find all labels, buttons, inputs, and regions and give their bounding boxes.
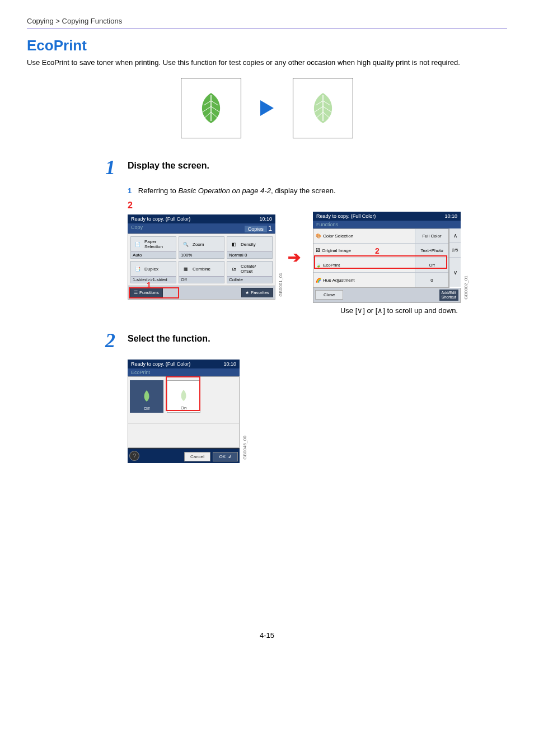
scroll-up-button[interactable]: ∧ <box>449 228 461 243</box>
substep-number: 1 <box>128 186 132 195</box>
enter-icon: ↲ <box>228 454 232 459</box>
row-hue[interactable]: 🌈Hue Adjustment 0 <box>313 273 448 287</box>
leaf-after <box>293 78 353 138</box>
list-icon: ☰ <box>134 290 138 295</box>
hue-icon: 🌈 <box>316 278 321 283</box>
panel-functions: Ready to copy. (Full Color) 10:10 Functi… <box>313 212 461 302</box>
panel-tab: EcoPrint <box>131 370 150 375</box>
step-number-1: 1 <box>105 157 128 178</box>
panel-status: Ready to copy. (Full Color) <box>131 361 190 367</box>
substep-prefix: Referring to <box>138 186 179 195</box>
arrow-icon <box>260 100 274 116</box>
row-ecoprint[interactable]: 🍃EcoPrint Off <box>313 258 448 273</box>
cell-duplex[interactable]: 📑Duplex 1-sided>>1-sided <box>130 261 176 283</box>
cancel-button[interactable]: Cancel <box>184 452 210 461</box>
zoom-icon: 🔍 <box>181 239 191 249</box>
intro-text: Use EcoPrint to save toner when printing… <box>27 58 507 68</box>
substep-line: 1 Referring to Basic Operation on page 4… <box>128 186 507 195</box>
cell-paper-selection[interactable]: 📄Paper Selection Auto <box>130 236 176 259</box>
option-off[interactable]: Off <box>130 380 163 413</box>
chevron-up-icon: ∧ <box>377 306 383 315</box>
arrow-red-icon: ➔ <box>288 248 301 267</box>
option-on[interactable]: On <box>167 380 200 413</box>
chevron-down-icon: ∨ <box>357 306 363 315</box>
star-icon: ★ <box>245 290 249 295</box>
add-edit-shortcut-button[interactable]: Add/Edit Shortcut <box>439 290 458 300</box>
panel-time: 10:10 <box>259 216 272 222</box>
copies-label: Copies <box>245 226 267 232</box>
panel-tab: Functions <box>316 222 338 227</box>
close-button[interactable]: Close <box>315 290 343 300</box>
panel-status: Ready to copy. (Full Color) <box>131 216 190 222</box>
help-icon[interactable]: ? <box>129 451 139 461</box>
overlay-num-2: 2 <box>375 246 380 255</box>
panel-time: 10:10 <box>444 213 457 219</box>
eco-illustration <box>27 78 507 138</box>
page-number: 4-15 <box>27 631 507 640</box>
substep-ref[interactable]: Basic Operation on page 4-2 <box>178 186 271 195</box>
duplex-icon: 📑 <box>133 264 143 274</box>
overlay-num-1: 1 <box>147 281 151 290</box>
cell-density[interactable]: ◧Density Normal 0 <box>227 236 273 259</box>
color-icon: 🎨 <box>316 234 321 239</box>
cell-collate[interactable]: 🗂Collate/ Offset Collate <box>227 261 273 283</box>
density-icon: ◧ <box>229 239 239 249</box>
favorites-button[interactable]: ★Favorites <box>241 288 273 297</box>
cell-combine[interactable]: ▦Combine Off <box>179 261 224 283</box>
page-indicator: 2/5 <box>449 243 461 258</box>
panel-tab: Copy <box>131 225 143 232</box>
step-number-2: 2 <box>105 330 128 351</box>
marker-2: 2 <box>128 200 507 211</box>
image-icon: 🖼 <box>316 248 320 253</box>
page-title: EcoPrint <box>27 37 507 54</box>
scroll-down-button[interactable]: ∨ <box>449 258 461 287</box>
step-heading-1: Display the screen. <box>128 157 209 171</box>
scroll-note: Use [∨] or [∧] to scroll up and down. <box>128 306 458 315</box>
paper-icon: 📄 <box>133 239 143 249</box>
side-code-a: GB0001_01 <box>278 273 283 297</box>
step-heading-2: Select the function. <box>128 330 210 344</box>
breadcrumb: Copying > Copying Functions <box>27 17 507 25</box>
panel-status: Ready to copy. (Full Color) <box>316 213 376 219</box>
combine-icon: ▦ <box>181 264 191 274</box>
collate-icon: 🗂 <box>229 264 239 274</box>
side-code-b: GB0002_01 <box>463 276 469 300</box>
leaf-icon: 🍃 <box>316 263 321 268</box>
row-color-selection[interactable]: 🎨Color Selection Full Color <box>313 229 448 244</box>
divider <box>27 29 507 29</box>
leaf-off-icon <box>140 388 153 404</box>
leaf-before <box>181 78 241 138</box>
cell-zoom[interactable]: 🔍Zoom 100% <box>179 236 224 259</box>
panel-time: 10:10 <box>223 361 236 367</box>
copies-value: 1 <box>268 225 272 232</box>
panel-ecoprint: Ready to copy. (Full Color) 10:10 EcoPri… <box>128 360 240 463</box>
ok-button[interactable]: OK↲ <box>213 452 238 461</box>
side-code-c: GB0045_00 <box>242 436 247 460</box>
panel-copy: Ready to copy. (Full Color) 10:10 Copy C… <box>128 214 275 300</box>
substep-suffix: , display the screen. <box>271 186 336 195</box>
leaf-on-icon <box>177 388 190 403</box>
row-original-image[interactable]: 🖼Original Image2 Text+Photo <box>313 244 448 258</box>
